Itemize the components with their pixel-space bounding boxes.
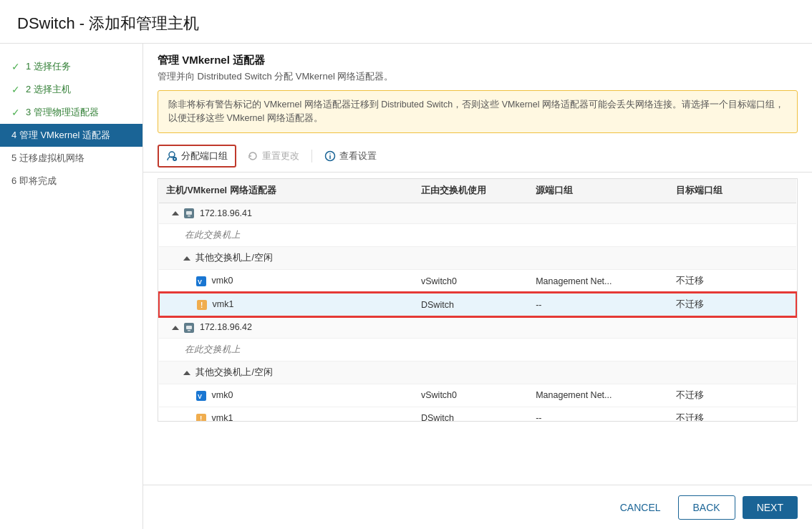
host-icon xyxy=(184,208,194,218)
check-icon-2: ✓ xyxy=(11,84,20,95)
sidebar-item-step1[interactable]: ✓ 1 选择任务 xyxy=(0,55,142,78)
assign-icon xyxy=(166,150,178,162)
assign-portgroup-button[interactable]: 分配端口组 xyxy=(158,145,236,168)
page-title: DSwitch - 添加和管理主机 xyxy=(0,0,812,44)
vmkernel-warn-icon-2: ! xyxy=(196,414,206,422)
list-item[interactable]: ! vmk1 DSwitch -- 不迁移 xyxy=(159,293,796,316)
triangle-icon-2 xyxy=(172,326,179,330)
warning-text: 除非将标有警告标记的 VMkernel 网络适配器迁移到 Distributed… xyxy=(168,100,784,123)
sidebar-label-2: 2 选择主机 xyxy=(26,83,71,96)
table-row: 在此交换机上 xyxy=(159,224,796,247)
svg-rect-6 xyxy=(188,215,190,217)
vmkernel-warn-icon: ! xyxy=(197,300,207,310)
toolbar: 分配端口组 重置更改 查看设置 xyxy=(143,140,812,173)
reset-icon xyxy=(247,150,258,162)
svg-point-3 xyxy=(329,153,331,155)
table-row: 在此交换机上 xyxy=(159,338,796,361)
info-icon xyxy=(324,150,336,162)
content-title: 管理 VMkernel 适配器 xyxy=(158,54,798,67)
table-row: 其他交换机上/空闲 xyxy=(159,361,796,384)
check-icon-1: ✓ xyxy=(11,61,20,72)
view-settings-label: 查看设置 xyxy=(339,150,377,162)
sidebar-item-step2[interactable]: ✓ 2 选择主机 xyxy=(0,78,142,101)
sidebar-label-6: 6 即将完成 xyxy=(11,175,57,188)
sidebar-item-step3[interactable]: ✓ 3 管理物理适配器 xyxy=(0,101,142,124)
sidebar-label-4: 4 管理 VMkernel 适配器 xyxy=(11,129,110,142)
subgroup-triangle-2 xyxy=(183,371,190,375)
next-button[interactable]: NEXT xyxy=(743,496,798,519)
triangle-icon xyxy=(172,211,179,215)
check-icon-3: ✓ xyxy=(11,107,20,118)
host-label-2: 172.18.96.42 xyxy=(200,322,252,332)
col-header-source: 源端口组 xyxy=(528,179,669,203)
list-item[interactable]: V vmk0 vSwitch0 Management Net... 不迁移 xyxy=(159,384,796,407)
table-row[interactable]: 172.18.96.41 xyxy=(159,203,796,224)
list-item[interactable]: ! vmk1 DSwitch -- 不迁移 xyxy=(159,407,796,421)
view-settings-button[interactable]: 查看设置 xyxy=(316,145,385,167)
col-header-target: 目标端口组 xyxy=(669,179,796,203)
list-item[interactable]: V vmk0 vSwitch0 Management Net... 不迁移 xyxy=(159,270,796,293)
sidebar-item-step5[interactable]: 5 迁移虚拟机网络 xyxy=(0,147,142,170)
svg-text:!: ! xyxy=(200,415,202,422)
cancel-button[interactable]: CANCEL xyxy=(610,496,671,519)
host-icon-2 xyxy=(184,323,194,333)
sidebar: ✓ 1 选择任务 ✓ 2 选择主机 ✓ 3 管理物理适配器 4 管理 VMker… xyxy=(0,44,143,529)
sidebar-item-step6[interactable]: 6 即将完成 xyxy=(0,170,142,193)
reset-changes-button[interactable]: 重置更改 xyxy=(239,145,307,167)
sidebar-item-step4[interactable]: 4 管理 VMkernel 适配器 xyxy=(0,124,142,147)
svg-rect-13 xyxy=(188,330,190,331)
warning-box: 除非将标有警告标记的 VMkernel 网络适配器迁移到 Distributed… xyxy=(158,90,798,133)
svg-text:!: ! xyxy=(200,301,203,309)
reset-changes-label: 重置更改 xyxy=(262,150,299,162)
subgroup-triangle xyxy=(183,256,190,261)
table-container[interactable]: 主机/VMkernel 网络适配器 正由交换机使用 源端口组 目标端口组 xyxy=(158,178,798,422)
assign-portgroup-label: 分配端口组 xyxy=(181,150,228,162)
sidebar-label-3: 3 管理物理适配器 xyxy=(26,106,99,119)
table-row[interactable]: 172.18.96.42 xyxy=(159,316,796,338)
svg-text:V: V xyxy=(198,278,202,286)
svg-rect-12 xyxy=(186,326,192,329)
sidebar-label-1: 1 选择任务 xyxy=(26,60,71,73)
col-header-switch: 正由交换机使用 xyxy=(414,179,528,203)
sidebar-label-5: 5 迁移虚拟机网络 xyxy=(11,152,84,165)
host-label: 172.18.96.41 xyxy=(200,208,252,218)
back-button[interactable]: BACK xyxy=(678,495,735,520)
svg-rect-5 xyxy=(186,211,192,215)
content-subtitle: 管理并向 Distributed Switch 分配 VMkernel 网络适配… xyxy=(158,70,798,83)
table-row: 其他交换机上/空闲 xyxy=(159,247,796,270)
col-header-adapter: 主机/VMkernel 网络适配器 xyxy=(159,179,414,203)
vmkernel-icon-2: V xyxy=(196,391,206,401)
toolbar-separator xyxy=(311,150,312,162)
svg-text:V: V xyxy=(198,393,202,400)
vmkernel-icon: V xyxy=(196,276,206,286)
footer: CANCEL BACK NEXT xyxy=(143,485,812,529)
